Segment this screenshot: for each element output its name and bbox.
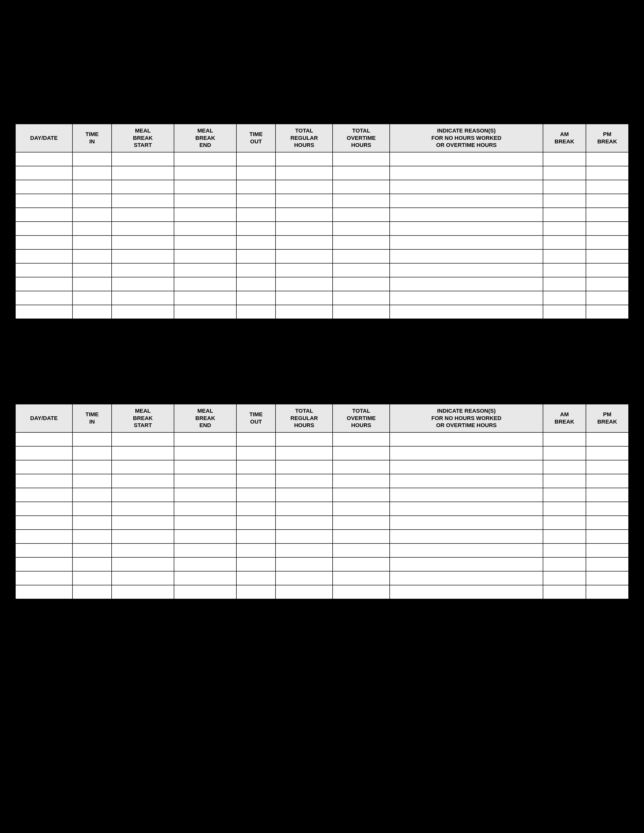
cell-mealstart[interactable] xyxy=(112,291,174,305)
cell-timein[interactable] xyxy=(72,180,112,194)
cell-timeout[interactable] xyxy=(237,488,275,502)
cell-ambreak[interactable] xyxy=(543,474,586,488)
cell-mealstart[interactable] xyxy=(112,488,174,502)
cell-ambreak[interactable] xyxy=(543,433,586,446)
cell-mealend[interactable] xyxy=(174,305,237,319)
cell-daydate[interactable] xyxy=(15,249,72,263)
cell-pmbreak[interactable] xyxy=(586,180,629,194)
cell-totalhours[interactable] xyxy=(275,433,333,446)
cell-overtime[interactable] xyxy=(333,544,390,557)
cell-ambreak[interactable] xyxy=(543,291,586,305)
cell-mealstart[interactable] xyxy=(112,474,174,488)
cell-totalhours[interactable] xyxy=(275,446,333,460)
cell-mealend[interactable] xyxy=(174,571,237,585)
cell-mealstart[interactable] xyxy=(112,249,174,263)
cell-mealend[interactable] xyxy=(174,544,237,557)
cell-overtime[interactable] xyxy=(333,446,390,460)
cell-ambreak[interactable] xyxy=(543,460,586,474)
cell-mealstart[interactable] xyxy=(112,446,174,460)
cell-timein[interactable] xyxy=(72,277,112,291)
cell-timeout[interactable] xyxy=(237,544,275,557)
cell-ambreak[interactable] xyxy=(543,488,586,502)
cell-ambreak[interactable] xyxy=(543,544,586,557)
cell-reason[interactable] xyxy=(390,180,543,194)
cell-daydate[interactable] xyxy=(15,585,72,599)
cell-timein[interactable] xyxy=(72,585,112,599)
cell-timeout[interactable] xyxy=(237,446,275,460)
cell-pmbreak[interactable] xyxy=(586,446,629,460)
cell-totalhours[interactable] xyxy=(275,544,333,557)
cell-mealstart[interactable] xyxy=(112,529,174,544)
cell-timeout[interactable] xyxy=(237,222,275,235)
cell-reason[interactable] xyxy=(390,305,543,319)
cell-mealstart[interactable] xyxy=(112,557,174,571)
cell-ambreak[interactable] xyxy=(543,180,586,194)
cell-timeout[interactable] xyxy=(237,166,275,180)
cell-timein[interactable] xyxy=(72,544,112,557)
cell-daydate[interactable] xyxy=(15,557,72,571)
cell-pmbreak[interactable] xyxy=(586,235,629,249)
cell-mealstart[interactable] xyxy=(112,263,174,277)
cell-overtime[interactable] xyxy=(333,557,390,571)
cell-mealend[interactable] xyxy=(174,502,237,516)
cell-overtime[interactable] xyxy=(333,571,390,585)
cell-mealstart[interactable] xyxy=(112,460,174,474)
cell-totalhours[interactable] xyxy=(275,277,333,291)
cell-timeout[interactable] xyxy=(237,235,275,249)
cell-mealstart[interactable] xyxy=(112,585,174,599)
cell-reason[interactable] xyxy=(390,166,543,180)
cell-timein[interactable] xyxy=(72,235,112,249)
cell-reason[interactable] xyxy=(390,222,543,235)
cell-daydate[interactable] xyxy=(15,460,72,474)
cell-mealstart[interactable] xyxy=(112,235,174,249)
cell-reason[interactable] xyxy=(390,277,543,291)
cell-ambreak[interactable] xyxy=(543,502,586,516)
cell-reason[interactable] xyxy=(390,291,543,305)
cell-daydate[interactable] xyxy=(15,544,72,557)
cell-ambreak[interactable] xyxy=(543,585,586,599)
cell-daydate[interactable] xyxy=(15,529,72,544)
cell-timein[interactable] xyxy=(72,460,112,474)
cell-ambreak[interactable] xyxy=(543,249,586,263)
cell-overtime[interactable] xyxy=(333,235,390,249)
cell-reason[interactable] xyxy=(390,460,543,474)
cell-pmbreak[interactable] xyxy=(586,208,629,222)
cell-overtime[interactable] xyxy=(333,529,390,544)
cell-mealend[interactable] xyxy=(174,208,237,222)
cell-mealstart[interactable] xyxy=(112,433,174,446)
cell-timeout[interactable] xyxy=(237,460,275,474)
cell-pmbreak[interactable] xyxy=(586,249,629,263)
cell-daydate[interactable] xyxy=(15,277,72,291)
cell-timein[interactable] xyxy=(72,305,112,319)
cell-daydate[interactable] xyxy=(15,502,72,516)
cell-mealend[interactable] xyxy=(174,180,237,194)
cell-totalhours[interactable] xyxy=(275,291,333,305)
cell-totalhours[interactable] xyxy=(275,305,333,319)
cell-timein[interactable] xyxy=(72,529,112,544)
cell-pmbreak[interactable] xyxy=(586,502,629,516)
cell-mealstart[interactable] xyxy=(112,305,174,319)
cell-pmbreak[interactable] xyxy=(586,488,629,502)
cell-pmbreak[interactable] xyxy=(586,263,629,277)
cell-totalhours[interactable] xyxy=(275,474,333,488)
cell-reason[interactable] xyxy=(390,557,543,571)
cell-totalhours[interactable] xyxy=(275,488,333,502)
cell-ambreak[interactable] xyxy=(543,446,586,460)
cell-reason[interactable] xyxy=(390,585,543,599)
cell-mealstart[interactable] xyxy=(112,222,174,235)
cell-timeout[interactable] xyxy=(237,194,275,208)
cell-daydate[interactable] xyxy=(15,571,72,585)
cell-timeout[interactable] xyxy=(237,474,275,488)
cell-mealstart[interactable] xyxy=(112,571,174,585)
cell-totalhours[interactable] xyxy=(275,180,333,194)
cell-timeout[interactable] xyxy=(237,529,275,544)
cell-timeout[interactable] xyxy=(237,180,275,194)
cell-reason[interactable] xyxy=(390,194,543,208)
cell-overtime[interactable] xyxy=(333,166,390,180)
cell-timeout[interactable] xyxy=(237,502,275,516)
cell-reason[interactable] xyxy=(390,152,543,166)
cell-overtime[interactable] xyxy=(333,305,390,319)
cell-daydate[interactable] xyxy=(15,446,72,460)
cell-daydate[interactable] xyxy=(15,305,72,319)
cell-timeout[interactable] xyxy=(237,263,275,277)
